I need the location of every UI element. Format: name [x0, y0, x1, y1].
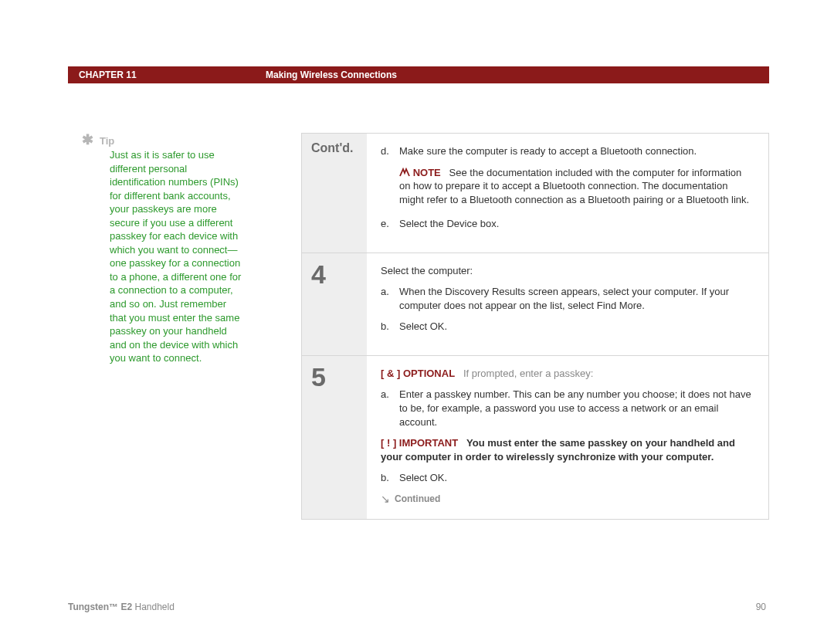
step-num-cell: 5 — [302, 356, 367, 519]
note-icon — [399, 167, 410, 176]
step-number: 5 — [311, 364, 326, 390]
optional-rest: If prompted, enter a passkey: — [463, 368, 593, 379]
steps-panel: Cont'd. d. Make sure the computer is rea… — [301, 133, 769, 520]
step-body: Select the computer: a. When the Discove… — [367, 253, 768, 355]
tip-body: Just as it is safer to use different per… — [110, 148, 244, 365]
continued-row: ↘ Continued — [381, 493, 754, 505]
step-num-cell: 4 — [302, 253, 367, 355]
chapter-title: Making Wireless Connections — [266, 69, 397, 80]
list-letter: a. — [381, 388, 393, 429]
optional-line: [ & ] OPTIONAL If prompted, enter a pass… — [381, 367, 754, 381]
note-paragraph: NOTE See the documentation included with… — [381, 166, 754, 207]
optional-bracket: [ & ] — [381, 368, 400, 379]
footer-brand-rest: Handheld — [132, 602, 175, 612]
step-contd: Cont'd. d. Make sure the computer is rea… — [302, 134, 768, 253]
step-body: [ & ] OPTIONAL If prompted, enter a pass… — [367, 356, 768, 519]
important-line: [ ! ] IMPORTANT You must enter the same … — [381, 436, 754, 463]
list-text: Enter a passkey number. This can be any … — [399, 388, 754, 429]
chapter-header: CHAPTER 11 Making Wireless Connections — [68, 66, 769, 83]
note-body: See the documentation included with the … — [399, 167, 749, 205]
important-word: IMPORTANT — [399, 437, 458, 449]
page-footer: Tungsten™ E2 Handheld 90 — [68, 602, 766, 612]
list-text: Select the Device box. — [399, 217, 754, 231]
list-letter: b. — [381, 471, 393, 485]
asterisk-icon: ✱ — [82, 133, 93, 147]
step-5: 5 [ & ] OPTIONAL If prompted, enter a pa… — [302, 356, 768, 519]
step-num-cell: Cont'd. — [302, 134, 367, 253]
optional-word: OPTIONAL — [403, 368, 455, 379]
step-body: d. Make sure the computer is ready to ac… — [367, 134, 768, 253]
step-number: 4 — [311, 261, 326, 287]
footer-brand-bold: Tungsten™ E2 — [68, 602, 132, 612]
list-letter: a. — [381, 285, 393, 312]
list-text: Select OK. — [399, 471, 754, 485]
tip-sidebar: ✱ Tip Just as it is safer to use differe… — [82, 133, 244, 365]
list-letter: b. — [381, 320, 393, 334]
step-4: 4 Select the computer: a. When the Disco… — [302, 253, 768, 356]
list-text: Make sure the computer is ready to accep… — [399, 144, 754, 158]
footer-brand: Tungsten™ E2 Handheld — [68, 602, 175, 612]
note-label: NOTE — [413, 167, 441, 178]
tip-label: Tip — [100, 135, 114, 147]
chapter-number: CHAPTER 11 — [68, 69, 266, 80]
list-text: When the Discovery Results screen appear… — [399, 285, 754, 312]
contd-label: Cont'd. — [311, 141, 353, 155]
arrow-down-right-icon: ↘ — [381, 493, 390, 505]
important-bracket: [ ! ] — [381, 437, 396, 449]
continued-label: Continued — [395, 493, 440, 504]
step-intro: Select the computer: — [381, 264, 754, 278]
list-letter: e. — [381, 217, 393, 231]
list-letter: d. — [381, 144, 393, 158]
page-number: 90 — [756, 602, 766, 612]
list-text: Select OK. — [399, 320, 754, 334]
